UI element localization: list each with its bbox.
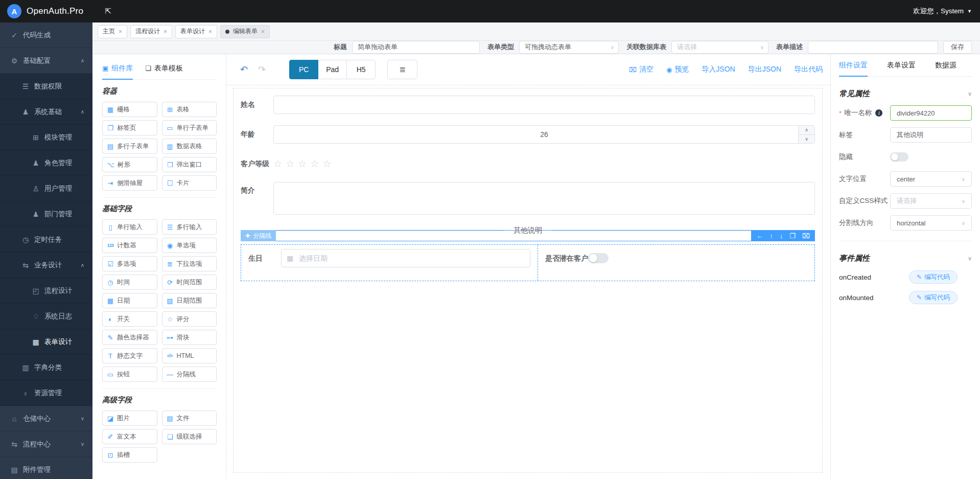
lib-item-textarea[interactable]: ☰多行输入 — [162, 219, 217, 235]
selected-layout-row[interactable]: 生日 ▦ 是否潜在客户 — [241, 244, 815, 281]
copy-icon[interactable]: ❐ — [789, 232, 796, 240]
sidebar-item-module-management[interactable]: ⊞模块管理 — [0, 125, 92, 150]
lib-item-single-row-subform[interactable]: ▭单行子表单 — [162, 120, 217, 135]
undo-icon[interactable]: ↶ — [240, 64, 248, 75]
collapse-sidebar-icon[interactable]: ⇱ — [105, 7, 111, 16]
sidebar-item-data-permission[interactable]: ☰数据权限 — [0, 74, 92, 99]
lib-item-counter[interactable]: 123计数器 — [102, 238, 157, 253]
save-button[interactable]: 保存 — [943, 41, 972, 54]
move-up-icon[interactable]: ↑ — [769, 232, 773, 240]
lib-item-divider[interactable]: —分隔线 — [162, 367, 217, 382]
export-code-button[interactable]: 导出代码 — [794, 65, 823, 74]
lib-item-multi-row-subform[interactable]: ▤多行子表单 — [102, 139, 157, 154]
sidebar-item-process-center[interactable]: ⇆流程中心∨ — [0, 431, 92, 457]
hidden-toggle[interactable] — [890, 152, 908, 162]
lib-item-cascader[interactable]: ❏级联选择 — [162, 429, 217, 444]
move-down-icon[interactable]: ↓ — [780, 232, 783, 240]
lib-item-drawer[interactable]: ⇥侧滑抽屉 — [102, 175, 157, 191]
lib-item-text-input[interactable]: ▯单行输入 — [102, 219, 157, 235]
sidebar-item-dict-category[interactable]: ▥字典分类 — [0, 355, 92, 380]
lib-item-date-range[interactable]: ▧日期范围 — [162, 293, 217, 308]
lib-item-card[interactable]: ☐卡片 — [162, 175, 217, 191]
db-table-select[interactable]: 请选择∨ — [671, 41, 768, 54]
device-pc-button[interactable]: PC — [289, 60, 318, 79]
birthday-input[interactable] — [281, 249, 530, 267]
lib-item-slider[interactable]: ⊶滑块 — [162, 330, 217, 345]
lib-item-static-text[interactable]: T静态文字 — [102, 348, 157, 363]
tab-form-settings[interactable]: 表单设置 — [887, 54, 916, 76]
lib-item-html[interactable]: </>HTML — [162, 348, 217, 363]
outline-button[interactable]: ≣ — [387, 60, 417, 79]
drag-handle[interactable]: ✚ 分隔线 — [241, 230, 276, 241]
close-icon[interactable]: × — [164, 28, 167, 35]
lib-item-grid[interactable]: ▦栅格 — [102, 102, 157, 117]
step-up-icon[interactable]: ∧ — [799, 126, 814, 135]
divider-direction-select[interactable]: horizontal∨ — [890, 215, 972, 231]
tab-home[interactable]: 主页× — [98, 25, 127, 38]
form-desc-input[interactable] — [808, 41, 938, 54]
user-menu[interactable]: 欢迎您，System ▼ — [913, 7, 972, 16]
sidebar-item-attachment-management[interactable]: ▤附件管理 — [0, 457, 92, 479]
lib-item-time-range[interactable]: ⟳时间范围 — [162, 275, 217, 290]
sidebar-item-scheduled-tasks[interactable]: ◷定时任务 — [0, 227, 92, 253]
sidebar-item-code-generation[interactable]: ✓代码生成 — [0, 22, 92, 48]
lib-item-file[interactable]: ▤文件 — [162, 410, 217, 426]
selected-divider-component[interactable]: 其他说明 ✚ 分隔线 ← ↑ ↓ ❐ ⌧ — [241, 230, 815, 241]
star-icon[interactable]: ☆ — [298, 158, 307, 170]
write-code-button[interactable]: ✎编写代码 — [909, 291, 958, 304]
lib-item-select[interactable]: ≣下拉选项 — [162, 256, 217, 271]
lib-item-rich-text[interactable]: ✐富文本 — [102, 429, 157, 444]
unique-name-input[interactable] — [890, 105, 972, 121]
sidebar-item-warehouse-center[interactable]: ⌂仓储中心∨ — [0, 406, 92, 431]
lib-item-tabs[interactable]: ❐标签页 — [102, 120, 157, 135]
lib-item-popup-window[interactable]: ❒弹出窗口 — [162, 157, 217, 172]
tab-form-templates[interactable]: ❏表单模板 — [145, 57, 183, 79]
form-type-select[interactable]: 可拖拽动态表单∨ — [519, 41, 619, 54]
text-position-select[interactable]: center∨ — [890, 171, 972, 187]
sidebar-item-role-management[interactable]: ♟角色管理 — [0, 150, 92, 176]
custom-css-select[interactable]: 请选择∨ — [890, 193, 972, 209]
device-h5-button[interactable]: H5 — [346, 60, 376, 79]
tab-component-settings[interactable]: 组件设置 — [839, 54, 868, 76]
lib-item-date[interactable]: ▦日期 — [102, 293, 157, 308]
delete-icon[interactable]: ⌧ — [802, 232, 810, 240]
star-icon[interactable]: ☆ — [310, 158, 319, 170]
sidebar-item-system-base[interactable]: ♟系统基础∧ — [0, 99, 92, 125]
common-props-header[interactable]: 常见属性 ∨ — [839, 89, 972, 99]
lib-item-switch[interactable]: ◐开关 — [102, 311, 157, 327]
import-json-button[interactable]: 导入JSON — [702, 65, 735, 74]
lib-item-checkbox[interactable]: ☑多选项 — [102, 256, 157, 271]
move-left-icon[interactable]: ← — [756, 232, 763, 240]
close-icon[interactable]: × — [119, 28, 122, 35]
tab-process-design[interactable]: 流程设计× — [130, 25, 172, 38]
export-json-button[interactable]: 导出JSON — [748, 65, 781, 74]
sidebar-item-business-design[interactable]: ⇆业务设计∧ — [0, 253, 92, 278]
lib-item-button[interactable]: ▭按钮 — [102, 367, 157, 382]
lib-item-radio[interactable]: ◉单选项 — [162, 238, 217, 253]
sidebar-item-process-design[interactable]: ◰流程设计 — [0, 278, 92, 304]
tab-component-library[interactable]: ▣组件库 — [102, 57, 133, 79]
star-icon[interactable]: ☆ — [322, 158, 331, 170]
name-input[interactable] — [273, 96, 815, 114]
sidebar-item-department-management[interactable]: ♟部门管理 — [0, 201, 92, 227]
lib-item-rate[interactable]: ☆评分 — [162, 311, 217, 327]
sidebar-item-base-config[interactable]: ⚙基础配置∧ — [0, 48, 92, 74]
device-pad-button[interactable]: Pad — [318, 60, 347, 79]
tab-form-design[interactable]: 表单设计× — [175, 25, 217, 38]
lib-item-table[interactable]: ⊞表格 — [162, 102, 217, 117]
tab-data-source[interactable]: 数据源 — [935, 54, 956, 76]
sidebar-item-form-design[interactable]: ▦表单设计 — [0, 329, 92, 355]
lib-item-color-picker[interactable]: ✎颜色选择器 — [102, 330, 157, 345]
lib-item-tree[interactable]: ⌥树形 — [102, 157, 157, 172]
sidebar-item-user-management[interactable]: ♙用户管理 — [0, 176, 92, 201]
lib-item-image[interactable]: ◪图片 — [102, 410, 157, 426]
tag-input[interactable] — [890, 127, 972, 143]
lib-item-slot[interactable]: ⊡插槽 — [102, 447, 157, 463]
sidebar-item-system-logs[interactable]: ♢系统日志 — [0, 304, 92, 329]
clear-button[interactable]: ⌧清空 — [629, 65, 654, 74]
age-input[interactable] — [273, 125, 815, 144]
redo-icon[interactable]: ↷ — [258, 64, 266, 75]
close-icon[interactable]: × — [208, 28, 212, 35]
star-icon[interactable]: ☆ — [286, 158, 294, 170]
intro-textarea[interactable] — [273, 182, 815, 215]
